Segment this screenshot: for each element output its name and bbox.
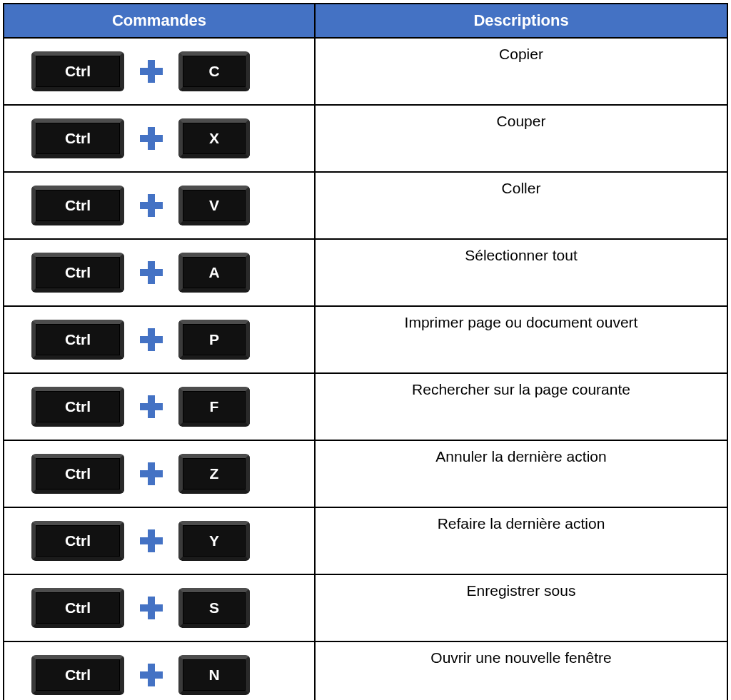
modifier-key: Ctrl [31,588,124,628]
plus-icon [140,462,163,485]
description-cell: Ouvrir une nouvelle fenêtre [315,641,727,700]
description-cell: Imprimer page ou document ouvert [315,306,727,373]
letter-key: A [178,253,250,293]
letter-key: N [178,655,250,695]
shortcuts-table: Commandes Descriptions Ctrl C Copier Ctr… [3,3,728,700]
modifier-key: Ctrl [31,387,124,427]
key-combo: Ctrl N [31,655,308,695]
table-row: Ctrl P Imprimer page ou document ouvert [4,306,727,373]
command-cell: Ctrl P [4,306,315,373]
key-combo: Ctrl F [31,387,308,427]
command-cell: Ctrl Y [4,507,315,574]
plus-icon [140,664,163,686]
letter-key: C [178,51,250,91]
modifier-key: Ctrl [31,454,124,494]
table-row: Ctrl V Coller [4,172,727,239]
description-cell: Rechercher sur la page courante [315,373,727,440]
header-descriptions: Descriptions [315,4,727,38]
modifier-key: Ctrl [31,253,124,293]
key-combo: Ctrl Y [31,521,308,561]
header-row: Commandes Descriptions [4,4,727,38]
table-row: Ctrl S Enregistrer sous [4,574,727,641]
description-cell: Coller [315,172,727,239]
command-cell: Ctrl F [4,373,315,440]
command-cell: Ctrl A [4,239,315,306]
modifier-key: Ctrl [31,521,124,561]
description-cell: Couper [315,105,727,172]
plus-icon [140,60,163,83]
command-cell: Ctrl S [4,574,315,641]
table-row: Ctrl F Rechercher sur la page courante [4,373,727,440]
description-cell: Refaire la dernière action [315,507,727,574]
plus-icon [140,127,163,150]
description-cell: Annuler la dernière action [315,440,727,507]
description-cell: Sélectionner tout [315,239,727,306]
letter-key: P [178,320,250,360]
description-cell: Enregistrer sous [315,574,727,641]
key-combo: Ctrl V [31,186,308,225]
modifier-key: Ctrl [31,186,124,225]
table-row: Ctrl Y Refaire la dernière action [4,507,727,574]
command-cell: Ctrl C [4,38,315,105]
key-combo: Ctrl X [31,118,308,158]
header-commands: Commandes [4,4,315,38]
plus-icon [140,194,163,217]
plus-icon [140,261,163,284]
plus-icon [140,529,163,552]
key-combo: Ctrl C [31,51,308,91]
plus-icon [140,328,163,351]
letter-key: X [178,118,250,158]
table-row: Ctrl Z Annuler la dernière action [4,440,727,507]
modifier-key: Ctrl [31,655,124,695]
description-cell: Copier [315,38,727,105]
command-cell: Ctrl Z [4,440,315,507]
letter-key: Y [178,521,250,561]
command-cell: Ctrl X [4,105,315,172]
command-cell: Ctrl N [4,641,315,700]
modifier-key: Ctrl [31,118,124,158]
modifier-key: Ctrl [31,51,124,91]
letter-key: Z [178,454,250,494]
key-combo: Ctrl P [31,320,308,360]
plus-icon [140,395,163,418]
table-row: Ctrl X Couper [4,105,727,172]
key-combo: Ctrl Z [31,454,308,494]
command-cell: Ctrl V [4,172,315,239]
letter-key: S [178,588,250,628]
table-row: Ctrl A Sélectionner tout [4,239,727,306]
key-combo: Ctrl A [31,253,308,293]
plus-icon [140,597,163,619]
modifier-key: Ctrl [31,320,124,360]
table-row: Ctrl C Copier [4,38,727,105]
letter-key: F [178,387,250,427]
letter-key: V [178,186,250,225]
key-combo: Ctrl S [31,588,308,628]
table-row: Ctrl N Ouvrir une nouvelle fenêtre [4,641,727,700]
